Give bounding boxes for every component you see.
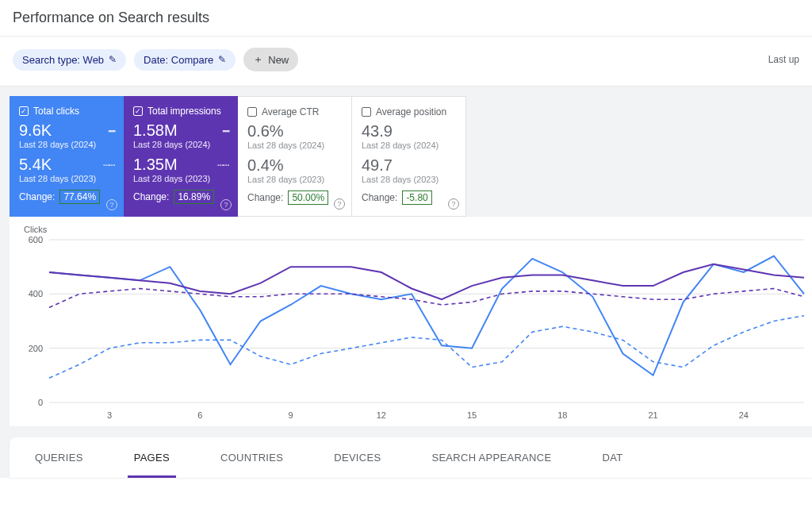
svg-text:400: 400 <box>29 289 43 298</box>
page-title: Performance on Search results <box>13 10 799 26</box>
card-current-value: 9.6K <box>19 121 52 140</box>
chip-search-type-label: Search type: Web <box>22 54 104 66</box>
tab-dates[interactable]: DAT <box>576 437 648 478</box>
pencil-icon: ✎ <box>218 54 226 65</box>
tabs: QUERIES PAGES COUNTRIES DEVICES SEARCH A… <box>10 437 812 478</box>
tabs-card: QUERIES PAGES COUNTRIES DEVICES SEARCH A… <box>10 437 812 478</box>
dashed-line-icon: ┄┄ <box>217 159 228 171</box>
card-total-impressions[interactable]: Total impressions 1.58M ━ Last 28 days (… <box>124 96 238 217</box>
card-current-sub: Last 28 days (2024) <box>247 140 342 150</box>
change-value: 50.00% <box>288 190 328 205</box>
clicks-chart[interactable]: 02004006003691215182124 <box>10 236 812 426</box>
chip-date-label: Date: Compare <box>144 54 213 66</box>
change-label: Change: <box>133 191 169 202</box>
card-label: Average position <box>376 106 446 117</box>
card-current-sub: Last 28 days (2024) <box>362 140 456 150</box>
change-label: Change: <box>362 192 397 203</box>
change-label: Change: <box>247 192 283 203</box>
card-prev-sub: Last 28 days (2023) <box>247 175 342 184</box>
card-average-position[interactable]: Average position 43.9 Last 28 days (2024… <box>352 96 466 217</box>
chip-search-type[interactable]: Search type: Web ✎ <box>13 49 126 71</box>
svg-text:3: 3 <box>107 410 112 420</box>
svg-text:24: 24 <box>739 410 749 420</box>
svg-text:0: 0 <box>38 398 43 407</box>
filter-bar: Search type: Web ✎ Date: Compare ✎ ＋ New… <box>0 37 812 87</box>
tab-queries[interactable]: QUERIES <box>10 437 109 478</box>
chart-y-label: Clicks <box>24 225 812 234</box>
checkbox-icon <box>247 107 257 117</box>
solid-line-icon: ━ <box>109 125 114 137</box>
card-total-clicks[interactable]: Total clicks 9.6K ━ Last 28 days (2024) … <box>10 96 124 217</box>
content: Total clicks 9.6K ━ Last 28 days (2024) … <box>0 87 812 478</box>
card-prev-sub: Last 28 days (2023) <box>362 175 456 184</box>
checkbox-icon <box>133 106 143 116</box>
card-label: Average CTR <box>262 106 319 117</box>
card-label: Total clicks <box>33 106 79 117</box>
svg-text:200: 200 <box>29 344 43 353</box>
help-icon[interactable]: ? <box>220 199 232 210</box>
plus-icon: ＋ <box>253 52 263 67</box>
card-current-value: 1.58M <box>133 121 178 140</box>
card-current-value: 43.9 <box>362 122 456 140</box>
checkbox-icon <box>19 106 29 116</box>
dashed-line-icon: ┄┄ <box>103 159 114 171</box>
change-value: 16.89% <box>174 190 214 204</box>
card-current-sub: Last 28 days (2024) <box>133 140 228 149</box>
svg-text:15: 15 <box>467 410 477 420</box>
metric-cards: Total clicks 9.6K ━ Last 28 days (2024) … <box>10 96 812 217</box>
svg-text:6: 6 <box>197 410 202 420</box>
change-value: -5.80 <box>402 190 431 205</box>
checkbox-icon <box>362 107 371 117</box>
card-average-ctr[interactable]: Average CTR 0.6% Last 28 days (2024) 0.4… <box>238 96 352 217</box>
chip-new[interactable]: ＋ New <box>243 48 298 71</box>
svg-text:9: 9 <box>289 410 293 420</box>
card-label: Total impressions <box>147 106 221 117</box>
card-prev-value: 49.7 <box>362 156 456 175</box>
tab-pages[interactable]: PAGES <box>109 437 195 478</box>
pencil-icon: ✎ <box>109 54 117 65</box>
card-prev-sub: Last 28 days (2023) <box>19 174 114 183</box>
chip-new-label: New <box>268 54 289 66</box>
svg-text:18: 18 <box>557 410 567 420</box>
chip-date[interactable]: Date: Compare ✎ <box>134 49 236 71</box>
card-current-value: 0.6% <box>247 122 342 140</box>
svg-text:600: 600 <box>29 236 43 244</box>
change-label: Change: <box>19 191 55 202</box>
svg-text:12: 12 <box>377 410 386 420</box>
solid-line-icon: ━ <box>223 125 228 137</box>
help-icon[interactable]: ? <box>106 199 117 210</box>
card-prev-sub: Last 28 days (2023) <box>133 174 228 183</box>
card-prev-value: 1.35M <box>133 156 178 174</box>
card-prev-value: 0.4% <box>247 156 342 175</box>
change-value: 77.64% <box>59 190 100 204</box>
help-icon[interactable]: ? <box>334 198 345 210</box>
tab-countries[interactable]: COUNTRIES <box>195 437 308 478</box>
svg-text:21: 21 <box>648 410 657 420</box>
chart-panel: Clicks 02004006003691215182124 <box>10 217 812 426</box>
tab-devices[interactable]: DEVICES <box>308 437 406 478</box>
last-updated-label: Last up <box>768 54 799 65</box>
card-prev-value: 5.4K <box>19 156 52 174</box>
page-header: Performance on Search results <box>0 0 812 37</box>
help-icon[interactable]: ? <box>448 198 459 210</box>
tab-search-appearance[interactable]: SEARCH APPEARANCE <box>406 437 576 478</box>
card-current-sub: Last 28 days (2024) <box>19 140 114 149</box>
